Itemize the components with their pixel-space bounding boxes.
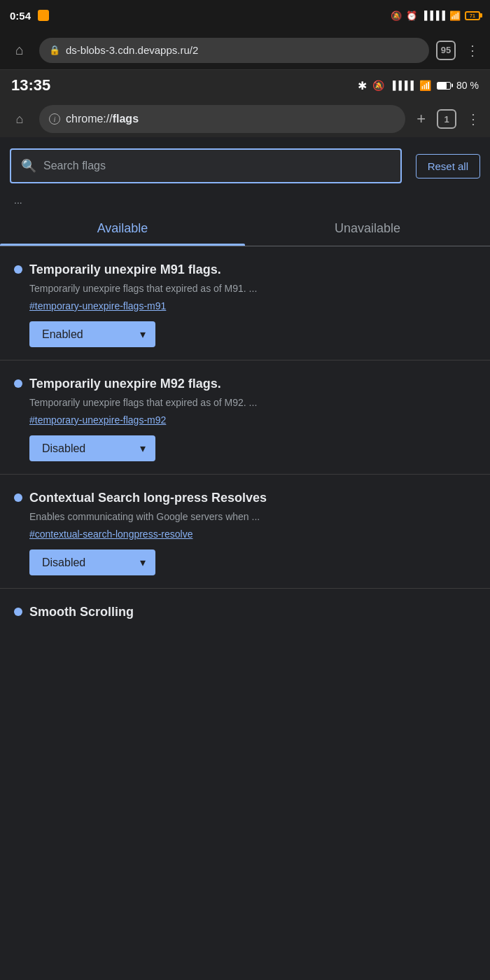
flag-select-wrapper-m92: Default Enabled Disabled (29, 435, 155, 461)
flag-header-smooth: Smooth Scrolling (14, 604, 476, 620)
inner-battery-pct: 80 % (456, 80, 479, 91)
page-content: 🔍 Reset all ... Available Unavailable Te… (0, 137, 490, 631)
inner-bell-slash-icon: 🔕 (372, 80, 384, 91)
inner-tab-count[interactable]: 1 (437, 109, 456, 129)
flag-link-m92[interactable]: #temporary-unexpire-flags-m92 (14, 414, 476, 426)
flag-header-m92: Temporarily unexpire M92 flags. (14, 376, 476, 392)
outer-battery: 71 (465, 11, 480, 20)
flags-list: Temporarily unexpire M91 flags. Temporar… (0, 246, 490, 631)
outer-url-bar[interactable]: 🔒 ds-blobs-3.cdn.devapps.ru/2 (39, 38, 429, 63)
tab-available[interactable]: Available (0, 211, 245, 246)
flag-select-wrap-contextual: Default Enabled Disabled (14, 550, 476, 575)
notification-icon (38, 10, 49, 21)
flag-dot-m91 (14, 265, 22, 274)
url-prefix: chrome:// (66, 113, 113, 125)
flag-link-m91[interactable]: #temporary-unexpire-flags-m91 (14, 300, 476, 312)
outer-time: 0:54 (10, 10, 49, 22)
search-input[interactable] (43, 160, 391, 172)
inner-signal-icon: ▐▐▐▐ (390, 80, 414, 90)
alarm-icon: ⏰ (406, 10, 417, 21)
flag-item-smooth-scrolling: Smooth Scrolling (0, 589, 490, 631)
outer-status-icons: 🔕 ⏰ ▐▐▐▐ 📶 71 (391, 10, 480, 21)
search-area: 🔍 Reset all (0, 137, 490, 192)
flag-select-wrapper-contextual: Default Enabled Disabled (29, 550, 155, 575)
outer-browser-nav: ⌂ 🔒 ds-blobs-3.cdn.devapps.ru/2 95 ⋮ (0, 31, 490, 70)
flag-item-m92: Temporarily unexpire M92 flags. Temporar… (0, 360, 490, 475)
inner-chrome-nav: ⌂ i chrome://flags + 1 ⋮ (0, 101, 490, 137)
flag-item-contextual: Contextual Search long-press Resolves En… (0, 475, 490, 589)
signal-icon: ▐▐▐▐ (421, 10, 445, 20)
tabs-container: Available Unavailable (0, 211, 490, 246)
inner-url-bar[interactable]: i chrome://flags (39, 105, 405, 133)
flag-description-m92: Temporarily unexpire flags that expired … (14, 396, 476, 410)
flag-select-wrap-m92: Default Enabled Disabled (14, 435, 476, 461)
outer-battery-label: 71 (470, 13, 475, 18)
flag-item-m91: Temporarily unexpire M91 flags. Temporar… (0, 246, 490, 360)
flag-link-contextual[interactable]: #contextual-search-longpress-resolve (14, 528, 476, 540)
inner-more-button[interactable]: ⋮ (463, 108, 483, 130)
tab-unavailable-label: Unavailable (335, 221, 400, 235)
truncated-content: ... (0, 192, 490, 211)
flag-select-m91[interactable]: Default Enabled Disabled (29, 321, 155, 347)
inner-status-bar: 13:35 ✱ 🔕 ▐▐▐▐ 📶 80 % (0, 70, 490, 101)
flag-header-contextual: Contextual Search long-press Resolves (14, 490, 476, 506)
lock-icon: 🔒 (49, 45, 60, 55)
flag-title-m91: Temporarily unexpire M91 flags. (29, 262, 221, 278)
flag-dot-contextual (14, 493, 22, 502)
inner-battery-icon (437, 82, 451, 90)
flag-title-contextual: Contextual Search long-press Resolves (29, 490, 267, 506)
outer-home-button[interactable]: ⌂ (7, 38, 32, 63)
reset-all-button[interactable]: Reset all (416, 154, 480, 178)
flag-title-m92: Temporarily unexpire M92 flags. (29, 376, 221, 392)
outer-time-text: 0:54 (10, 10, 31, 22)
inner-time: 13:35 (11, 76, 50, 94)
bell-slash-icon: 🔕 (391, 10, 402, 21)
wifi-icon: 📶 (449, 10, 461, 21)
flag-header-m91: Temporarily unexpire M91 flags. (14, 262, 476, 278)
flag-select-wrapper-m91: Default Enabled Disabled (29, 321, 155, 347)
outer-more-button[interactable]: ⋮ (463, 39, 483, 62)
inner-bluetooth-icon: ✱ (358, 79, 367, 92)
outer-status-bar: 0:54 🔕 ⏰ ▐▐▐▐ 📶 71 (0, 0, 490, 31)
flag-title-smooth: Smooth Scrolling (29, 604, 134, 620)
url-bold: flags (113, 113, 139, 125)
truncated-text: ... (14, 195, 22, 206)
inner-url-text: chrome://flags (66, 113, 139, 125)
flag-description-contextual: Enables communicating with Google server… (14, 510, 476, 524)
inner-home-button[interactable]: ⌂ (7, 106, 32, 132)
flag-dot-smooth (14, 608, 22, 616)
add-tab-button[interactable]: + (412, 107, 430, 131)
flag-select-wrap-m91: Default Enabled Disabled (14, 321, 476, 347)
flag-select-m92[interactable]: Default Enabled Disabled (29, 435, 155, 461)
search-bar[interactable]: 🔍 (10, 148, 402, 183)
outer-tab-count[interactable]: 95 (436, 41, 456, 60)
tab-unavailable[interactable]: Unavailable (245, 211, 490, 246)
flag-description-m91: Temporarily unexpire flags that expired … (14, 282, 476, 296)
flag-dot-m92 (14, 379, 22, 388)
inner-wifi-icon: 📶 (419, 80, 431, 91)
search-icon: 🔍 (21, 158, 36, 174)
info-icon: i (49, 113, 60, 125)
outer-url-text: ds-blobs-3.cdn.devapps.ru/2 (66, 44, 198, 56)
inner-status-icons: ✱ 🔕 ▐▐▐▐ 📶 80 % (358, 79, 479, 92)
tab-available-label: Available (97, 221, 148, 235)
flag-select-contextual[interactable]: Default Enabled Disabled (29, 550, 155, 575)
